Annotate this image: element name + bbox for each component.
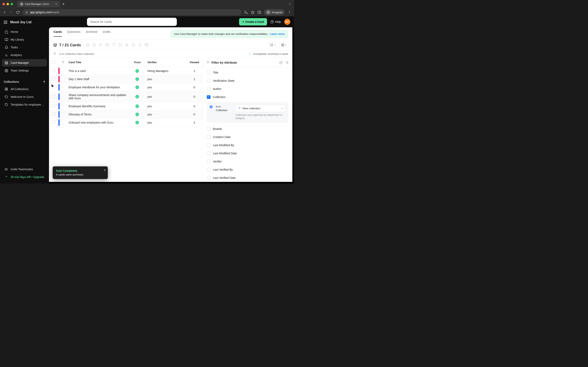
folder-icon[interactable] [119, 43, 122, 47]
tab-questions[interactable]: Questions [67, 30, 80, 37]
table-row[interactable]: Employee Benefits Summary✓you0 [49, 102, 203, 110]
trial-upgrade-button[interactable]: 30 trial days left • Upgrade [2, 173, 47, 181]
external-icon[interactable] [279, 61, 283, 64]
checkbox[interactable] [207, 151, 210, 155]
card-title-cell[interactable]: Day 1 New Staff [67, 75, 129, 83]
sidebar-item-all-collections[interactable]: All Collections [2, 85, 47, 93]
banner-learn-more-link[interactable]: Learn more [270, 33, 285, 35]
table-row[interactable]: This is a card✓Hiring Managers1 [49, 67, 203, 75]
collection-select[interactable]: New collection▾ [235, 105, 285, 112]
window-controls[interactable] [2, 3, 13, 5]
table-row[interactable]: Share company announcements and updates … [49, 91, 203, 102]
toast-close-button[interactable]: × [104, 168, 106, 172]
upload-icon[interactable] [138, 43, 142, 47]
close-window-icon[interactable] [2, 3, 5, 5]
card-title-cell[interactable]: Share company announcements and updates … [67, 91, 129, 102]
card-title-cell[interactable]: Onboard new employees with Guru [67, 118, 129, 127]
filter-attribute-verification-state[interactable]: Verification State [204, 77, 292, 85]
incognito-badge[interactable]: Incognito [264, 9, 285, 15]
avatar[interactable]: DJ [284, 19, 290, 25]
checkbox[interactable] [207, 176, 210, 180]
sidebar-item-team-settings[interactable]: Team Settings [2, 67, 47, 74]
tab-archived[interactable]: Archived [86, 30, 97, 37]
filter-attribute-boards[interactable]: Boards [204, 125, 292, 133]
lock-icon[interactable] [125, 43, 129, 47]
checkbox[interactable] [207, 95, 210, 99]
sidebar-item-analytics[interactable]: Analytics [2, 51, 47, 59]
archive-icon[interactable] [145, 43, 148, 47]
sidebar-item-home[interactable]: Home [2, 28, 47, 35]
forward-button[interactable] [9, 10, 13, 14]
columns-dropdown[interactable]: ▾ [279, 42, 288, 48]
select-all-checkbox[interactable] [49, 58, 58, 67]
sidebar-item-my-library[interactable]: My Library [2, 36, 47, 43]
trust-header[interactable]: Trust [129, 58, 145, 67]
filter-chip-text[interactable]: is in Collection New collection [60, 52, 94, 55]
card-title-cell[interactable]: Glossary of Terms [67, 110, 129, 118]
collapse-icon[interactable] [285, 61, 289, 64]
create-card-button[interactable]: + Create a Card [239, 18, 267, 25]
info-icon[interactable] [93, 43, 96, 47]
filter-attribute-last-modified-by[interactable]: Last Modified By [204, 141, 292, 149]
checkbox[interactable] [207, 127, 210, 131]
verifier-header[interactable]: Verifier [145, 58, 186, 67]
viewed-header[interactable]: Viewed [186, 58, 203, 67]
hamburger-icon[interactable] [4, 21, 7, 24]
row-checkbox[interactable] [49, 110, 58, 118]
row-checkbox[interactable] [49, 102, 58, 110]
table-row[interactable]: Day 1 New Staff✓you1 [49, 75, 203, 83]
filter-attribute-last-verified-date[interactable]: Last Verified Date [204, 174, 292, 182]
filter-attribute-verifier[interactable]: Verifier [204, 157, 292, 166]
checkbox[interactable] [207, 168, 210, 171]
search-input[interactable]: Search for Cards [87, 18, 177, 26]
maximize-window-icon[interactable] [11, 3, 13, 5]
filter-attribute-last-verified-by[interactable]: Last Verified By [204, 166, 292, 174]
reload-button[interactable] [16, 10, 20, 14]
card-title-cell[interactable]: This is a card [67, 67, 129, 75]
tag-icon[interactable] [132, 43, 135, 47]
checkbox[interactable] [207, 143, 210, 147]
new-tab-button[interactable]: + [62, 1, 65, 7]
checkbox[interactable] [207, 87, 210, 91]
kebab-menu-icon[interactable] [287, 10, 291, 14]
filter-icon[interactable] [53, 52, 57, 56]
book-icon[interactable] [112, 43, 116, 47]
sidebar-item-templates[interactable]: Templates for employee ... [2, 101, 47, 108]
user-minus-icon[interactable] [99, 43, 103, 47]
star-icon[interactable] [251, 10, 255, 14]
panel-icon[interactable] [258, 10, 261, 14]
table-row[interactable]: Employee Handbook for your Workplace✓you… [49, 83, 203, 91]
sidebar-item-welcome-guru[interactable]: Welcome to Guru! [2, 93, 47, 100]
sidebar-item-card-manager[interactable]: Card Manager [2, 59, 47, 67]
invite-teammates-button[interactable]: Invite Teammates [2, 166, 47, 173]
tab-drafts[interactable]: Drafts [103, 30, 111, 37]
filter-attribute-collection[interactable]: Collection [204, 93, 292, 101]
table-row[interactable]: Glossary of Terms✓you0 [49, 110, 203, 118]
card-title-header[interactable]: Card Title [67, 58, 129, 67]
org-name[interactable]: Mood Joy Ltd [10, 20, 31, 24]
back-button[interactable] [3, 10, 7, 14]
tab-overflow-icon[interactable] [288, 3, 291, 6]
filter-attribute-author[interactable]: Author [204, 85, 292, 93]
help-button[interactable]: Help [270, 20, 281, 24]
bookmark-dropdown[interactable]: ▾ [268, 42, 277, 48]
filter-attribute-title[interactable]: Title [204, 68, 292, 77]
close-tab-icon[interactable]: × [55, 2, 57, 6]
browser-tab[interactable]: Card Manager | Guru × [17, 1, 60, 7]
checkbox[interactable] [207, 79, 210, 83]
checkbox[interactable] [207, 135, 210, 139]
table-row[interactable]: Onboard new employees with Guru✓you2 [49, 118, 203, 127]
row-checkbox[interactable] [49, 118, 58, 127]
tab-cards[interactable]: Cards [53, 30, 62, 37]
filter-attribute-last-modified-date[interactable]: Last Modified Date [204, 149, 292, 157]
eye-off-icon[interactable] [244, 10, 248, 14]
add-collection-button[interactable]: + [43, 80, 45, 84]
row-checkbox[interactable] [49, 91, 58, 102]
checkbox[interactable] [207, 71, 210, 75]
sidebar-item-tasks[interactable]: Tasks [2, 44, 47, 51]
url-field[interactable]: app.getguru.com/cards [22, 9, 242, 15]
radio-is-in-collection[interactable] [210, 105, 213, 108]
checkbox[interactable] [207, 160, 210, 163]
row-checkbox[interactable] [49, 67, 58, 75]
calendar-icon[interactable] [105, 43, 109, 47]
